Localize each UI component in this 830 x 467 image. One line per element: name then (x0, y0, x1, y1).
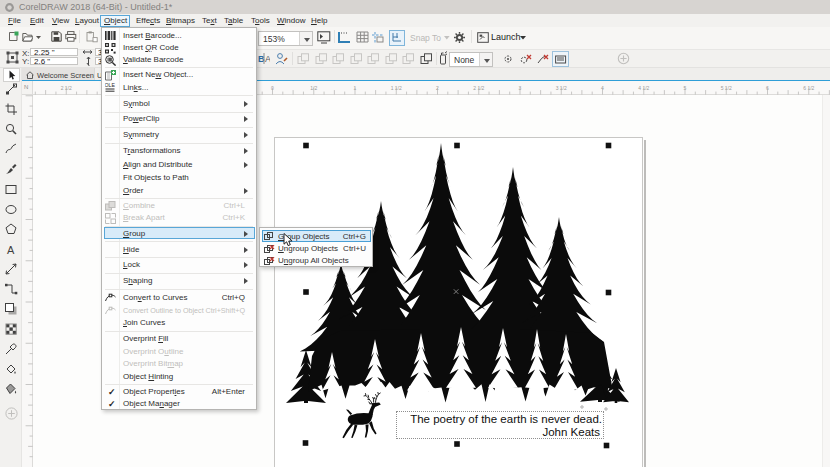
svg-text:OLE: OLE (105, 82, 115, 88)
